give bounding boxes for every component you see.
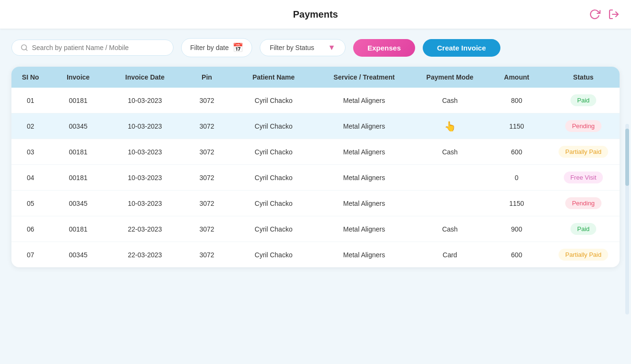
col-header-date: Invoice Date xyxy=(107,73,183,81)
table-row[interactable]: 01 00181 10-03-2023 3072 Cyril Chacko Me… xyxy=(11,88,620,113)
cell-patient: Cyril Chacko xyxy=(231,225,316,233)
cell-date: 22-03-2023 xyxy=(107,225,183,233)
cell-patient: Cyril Chacko xyxy=(231,97,316,104)
col-header-si: SI No xyxy=(11,73,50,81)
col-header-service: Service / Treatment xyxy=(316,73,412,81)
chevron-down-icon: ▼ xyxy=(328,43,336,52)
cell-amount: 1150 xyxy=(488,200,545,207)
cell-date: 10-03-2023 xyxy=(107,200,183,207)
cell-amount: 600 xyxy=(488,251,545,259)
cell-status: Partially Paid xyxy=(545,146,620,158)
cell-si: 04 xyxy=(11,174,50,182)
cell-invoice: 00181 xyxy=(50,148,107,156)
col-header-payment-mode: Payment Mode xyxy=(412,73,488,81)
filter-status-label: Filter by Status xyxy=(270,44,314,51)
status-badge: Paid xyxy=(570,223,596,235)
table-row[interactable]: 03 00181 10-03-2023 3072 Cyril Chacko Me… xyxy=(11,139,620,165)
header-icons xyxy=(589,9,620,20)
cell-pin: 3072 xyxy=(183,122,231,130)
create-invoice-button[interactable]: Create Invoice xyxy=(423,39,500,57)
cell-amount: 900 xyxy=(488,225,545,233)
col-header-pin: Pin xyxy=(183,73,231,81)
cell-date: 10-03-2023 xyxy=(107,97,183,104)
cell-service: Metal Aligners xyxy=(316,148,412,156)
search-input[interactable] xyxy=(32,44,164,51)
filter-date-button[interactable]: Filter by date 📅 xyxy=(181,38,252,57)
scrollbar-thumb[interactable] xyxy=(625,129,629,186)
cell-date: 10-03-2023 xyxy=(107,122,183,130)
filter-date-label: Filter by date xyxy=(190,44,229,51)
cell-si: 07 xyxy=(11,251,50,259)
cell-service: Metal Aligners xyxy=(316,251,412,259)
cell-payment-mode: Cash xyxy=(412,225,488,233)
cell-patient: Cyril Chacko xyxy=(231,148,316,156)
cell-pin: 3072 xyxy=(183,225,231,233)
cell-invoice: 00345 xyxy=(50,200,107,207)
cell-status: Pending xyxy=(545,197,620,209)
logout-button[interactable] xyxy=(608,9,620,20)
status-badge: Partially Paid xyxy=(559,146,608,158)
status-badge: Free Visit xyxy=(564,172,603,183)
col-header-invoice: Invoice xyxy=(50,73,107,81)
cell-si: 05 xyxy=(11,200,50,207)
cell-service: Metal Aligners xyxy=(316,174,412,182)
status-badge: Paid xyxy=(570,94,596,106)
header: Payments xyxy=(0,0,631,29)
cell-patient: Cyril Chacko xyxy=(231,174,316,182)
search-box[interactable] xyxy=(11,40,173,56)
cell-pin: 3072 xyxy=(183,251,231,259)
cell-service: Metal Aligners xyxy=(316,97,412,104)
cell-amount: 600 xyxy=(488,148,545,156)
cell-si: 06 xyxy=(11,225,50,233)
col-header-amount: Amount xyxy=(488,73,545,81)
status-badge: Pending xyxy=(565,120,601,132)
svg-line-2 xyxy=(26,49,27,51)
col-header-patient: Patient Name xyxy=(231,73,316,81)
col-header-status: Status xyxy=(545,73,620,81)
table-row[interactable]: 06 00181 22-03-2023 3072 Cyril Chacko Me… xyxy=(11,216,620,242)
cell-si: 01 xyxy=(11,97,50,104)
status-badge: Pending xyxy=(565,197,601,209)
cell-date: 10-03-2023 xyxy=(107,148,183,156)
cell-payment-mode: Cash xyxy=(412,97,488,104)
cell-status: Free Visit xyxy=(545,172,620,183)
refresh-button[interactable] xyxy=(589,9,600,20)
cell-date: 22-03-2023 xyxy=(107,251,183,259)
table-row[interactable]: 02 00345 10-03-2023 3072 Cyril Chacko Me… xyxy=(11,113,620,139)
cell-invoice: 00345 xyxy=(50,122,107,130)
toolbar: Filter by date 📅 Filter by Status ▼ Expe… xyxy=(0,29,631,67)
cell-amount: 1150 xyxy=(488,122,545,130)
cell-status: Partially Paid xyxy=(545,249,620,261)
table-body: 01 00181 10-03-2023 3072 Cyril Chacko Me… xyxy=(11,88,620,267)
cell-pin: 3072 xyxy=(183,148,231,156)
cell-invoice: 00181 xyxy=(50,174,107,182)
cell-patient: Cyril Chacko xyxy=(231,251,316,259)
cell-pin: 3072 xyxy=(183,174,231,182)
cell-service: Metal Aligners xyxy=(316,225,412,233)
cell-si: 02 xyxy=(11,122,50,130)
payments-table: SI No Invoice Invoice Date Pin Patient N… xyxy=(11,67,620,267)
scrollbar-track[interactable] xyxy=(625,124,629,314)
cell-patient: Cyril Chacko xyxy=(231,122,316,130)
cell-payment-mode: Cash xyxy=(412,148,488,156)
cell-payment-mode: 👆 xyxy=(412,121,488,132)
filter-status-dropdown[interactable]: Filter by Status ▼ xyxy=(260,39,346,56)
table-header: SI No Invoice Invoice Date Pin Patient N… xyxy=(11,67,620,88)
cell-si: 03 xyxy=(11,148,50,156)
status-badge: Partially Paid xyxy=(559,249,608,261)
cell-patient: Cyril Chacko xyxy=(231,200,316,207)
expenses-button[interactable]: Expenses xyxy=(353,39,415,57)
table-row[interactable]: 05 00345 10-03-2023 3072 Cyril Chacko Me… xyxy=(11,191,620,216)
cell-service: Metal Aligners xyxy=(316,122,412,130)
cell-invoice: 00181 xyxy=(50,225,107,233)
cell-pin: 3072 xyxy=(183,97,231,104)
search-icon xyxy=(20,44,28,51)
table-row[interactable]: 07 00345 22-03-2023 3072 Cyril Chacko Me… xyxy=(11,242,620,267)
cell-amount: 0 xyxy=(488,174,545,182)
page-title: Payments xyxy=(293,9,338,20)
cell-date: 10-03-2023 xyxy=(107,174,183,182)
cell-payment-mode: Card xyxy=(412,251,488,259)
calendar-icon: 📅 xyxy=(233,42,243,53)
cell-invoice: 00181 xyxy=(50,97,107,104)
table-row[interactable]: 04 00181 10-03-2023 3072 Cyril Chacko Me… xyxy=(11,165,620,191)
